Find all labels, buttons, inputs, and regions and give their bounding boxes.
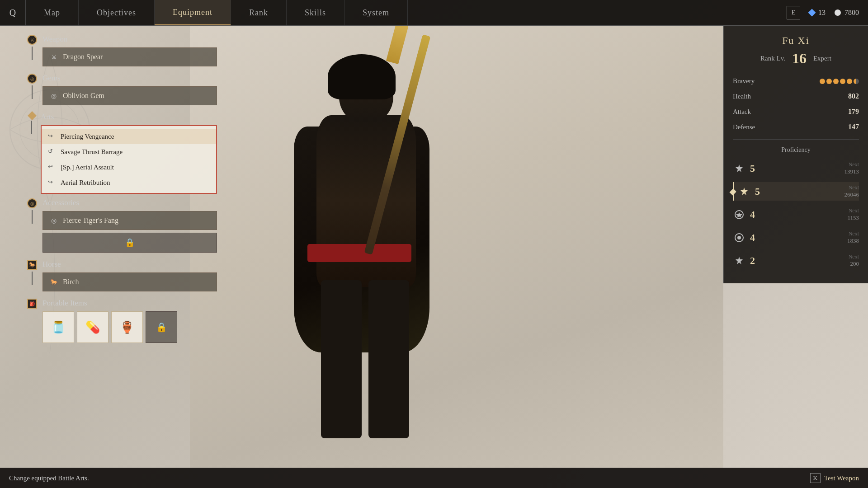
accessories-slot-1-icon: ◎: [49, 216, 58, 225]
e-key-indicator: E: [787, 6, 800, 19]
portable-item-2-icon: 🏺: [120, 320, 134, 334]
portable-items-section-icon: 🎒: [27, 299, 37, 309]
horse-section-icon: 🐎: [27, 260, 37, 270]
weapon-slot[interactable]: ⚔ Dragon Spear: [42, 47, 217, 66]
prof-next-value-3: 1838: [847, 237, 859, 244]
portable-item-0[interactable]: 🫙: [42, 311, 74, 343]
arts-section-icon: [28, 111, 37, 120]
tab-map[interactable]: Map: [26, 0, 79, 25]
arts-item-2-icon: ↩: [48, 163, 56, 171]
test-weapon-button[interactable]: K Test Weapon: [810, 473, 859, 483]
character-backdrop: [190, 26, 723, 468]
gems-slot-icon: ◎: [49, 91, 58, 100]
weapon-name: Dragon Spear: [63, 53, 103, 61]
svg-marker-5: [736, 212, 742, 218]
bravery-dot-3: [833, 79, 839, 84]
bravery-stat-row: Bravery: [733, 76, 859, 86]
horse-section: 🐎 Horse 🐎 Birch: [27, 260, 217, 294]
portable-items-label: Portable Items: [42, 299, 217, 308]
character-name: Fu Xi: [733, 35, 859, 47]
tab-skills[interactable]: Skills: [287, 0, 344, 25]
health-stat-row: Health 802: [733, 91, 859, 102]
horse-content: Horse 🐎 Birch: [42, 260, 217, 294]
rank-row: Rank Lv. 16 Expert: [733, 50, 859, 67]
horse-slot[interactable]: 🐎 Birch: [42, 272, 217, 291]
tab-equipment[interactable]: Equipment: [155, 0, 231, 25]
gems-name: Oblivion Gem: [63, 92, 104, 100]
gems-connector-line: [32, 85, 33, 99]
portable-item-2[interactable]: 🏺: [111, 311, 143, 343]
attack-stat-row: Attack 179: [733, 106, 859, 117]
arts-item-1-label: Savage Thrust Barrage: [61, 148, 123, 156]
proficiency-row-1: 5 Next 26046: [733, 182, 859, 201]
prof-next-4: Next 200: [849, 253, 859, 267]
bravery-stat-name: Bravery: [733, 77, 755, 85]
portable-item-1[interactable]: 💊: [77, 311, 108, 343]
arts-item-0-label: Piercing Vengeance: [61, 133, 114, 141]
bottom-bar: Change equipped Battle Arts. K Test Weap…: [0, 468, 868, 488]
proficiency-row-2: 4 Next 1153: [733, 205, 859, 224]
arts-section: Arts ↪ Piercing Vengeance ↺ Savage Thrus…: [27, 113, 217, 194]
menu-logo[interactable]: Q: [0, 0, 26, 25]
portable-item-1-icon: 💊: [85, 320, 100, 334]
defense-stat-name: Defense: [733, 123, 755, 131]
portable-item-0-icon: 🫙: [51, 320, 66, 334]
health-stat-name: Health: [733, 93, 751, 100]
arts-content: Arts ↪ Piercing Vengeance ↺ Savage Thrus…: [41, 113, 217, 194]
tab-system[interactable]: System: [344, 0, 408, 25]
rank-label: Rank Lv.: [760, 55, 785, 62]
top-navigation: Q Map Objectives Equipment Rank Skills S…: [0, 0, 868, 26]
accessories-section: ◎ Accessories ◎ Fierce Tiger's Fang 🔒: [27, 198, 217, 255]
weapon-content: Weapon ⚔ Dragon Spear: [42, 35, 217, 69]
accessories-slot-2-locked: 🔒: [42, 233, 217, 253]
proficiency-section: Proficiency 5 Next 13913 5 Next 26046: [733, 139, 859, 270]
prof-next-label-0: Next: [844, 161, 859, 168]
accessories-section-icon: ◎: [27, 198, 37, 208]
tab-rank[interactable]: Rank: [231, 0, 287, 25]
arts-item-1[interactable]: ↺ Savage Thrust Barrage: [42, 144, 216, 160]
svg-marker-3: [741, 188, 748, 195]
gems-section-icon: ◎: [27, 74, 37, 84]
horse-name: Birch: [63, 278, 79, 286]
arts-item-3[interactable]: ↪ Aerial Retribution: [42, 175, 216, 190]
logo-text: Q: [9, 8, 16, 18]
currency-gold-display: 7800: [835, 9, 859, 17]
proficiency-row-0: 5 Next 13913: [733, 159, 859, 178]
prof-next-2: Next 1153: [847, 207, 859, 221]
bravery-dots: [820, 79, 859, 84]
portable-item-3-lock-icon: 🔒: [156, 322, 167, 333]
rank-level: 16: [792, 50, 807, 67]
gems-slot[interactable]: ◎ Oblivion Gem: [42, 86, 217, 105]
prof-next-value-1: 26046: [844, 191, 859, 198]
accessories-content: Accessories ◎ Fierce Tiger's Fang 🔒: [42, 198, 217, 255]
nav-tabs: Map Objectives Equipment Rank Skills Sys…: [26, 0, 778, 25]
bravery-dot-5: [847, 79, 852, 84]
gold-icon: [835, 9, 841, 16]
accessories-slot-1[interactable]: ◎ Fierce Tiger's Fang: [42, 211, 217, 230]
prof-level-1: 5: [755, 186, 769, 197]
arts-item-3-icon: ↪: [48, 178, 56, 187]
arts-dropdown: ↪ Piercing Vengeance ↺ Savage Thrust Bar…: [41, 125, 217, 194]
arts-item-0[interactable]: ↪ Piercing Vengeance: [42, 129, 216, 144]
prof-icon-3: [733, 231, 745, 244]
prof-next-label-4: Next: [849, 253, 859, 260]
horse-connector-line: [32, 272, 33, 285]
rank-tier: Expert: [813, 55, 831, 62]
weapon-section: ⚔ Weapon ⚔ Dragon Spear: [27, 35, 217, 69]
gold-value: 7800: [844, 9, 859, 17]
arts-item-0-icon: ↪: [48, 132, 56, 141]
prof-next-label-3: Next: [847, 230, 859, 237]
tab-objectives[interactable]: Objectives: [79, 0, 155, 25]
prof-next-value-4: 200: [849, 260, 859, 267]
attack-stat-value: 179: [848, 108, 859, 116]
portable-item-3-locked: 🔒: [146, 311, 177, 343]
horse-label: Horse: [42, 260, 217, 269]
arts-item-2[interactable]: ↩ [Sp.] Aerial Assault: [42, 160, 216, 175]
defense-stat-value: 147: [848, 123, 859, 131]
bravery-dot-2: [826, 79, 832, 84]
svg-point-7: [737, 236, 741, 239]
prof-next-label-2: Next: [847, 207, 859, 214]
health-stat-value: 802: [848, 92, 859, 100]
defense-stat-row: Defense 147: [733, 122, 859, 132]
prof-next-label-1: Next: [844, 184, 859, 191]
